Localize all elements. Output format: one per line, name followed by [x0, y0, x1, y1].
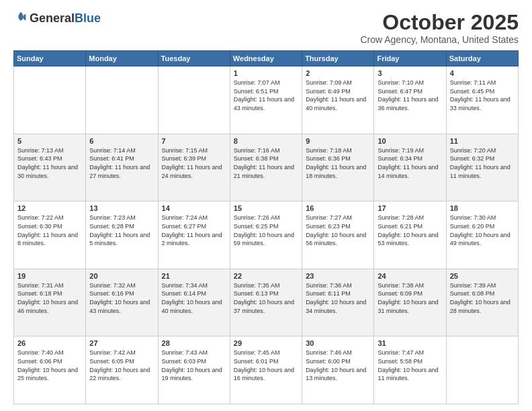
day-info: Sunrise: 7:34 AM Sunset: 6:14 PM Dayligh… — [162, 281, 226, 315]
day-info: Sunrise: 7:47 AM Sunset: 5:58 PM Dayligh… — [378, 349, 442, 382]
table-row: 2Sunrise: 7:09 AM Sunset: 6:49 PM Daylig… — [302, 66, 374, 134]
table-row: 4Sunrise: 7:11 AM Sunset: 6:45 PM Daylig… — [446, 66, 518, 134]
col-saturday: Saturday — [446, 51, 518, 66]
day-info: Sunrise: 7:30 AM Sunset: 6:20 PM Dayligh… — [450, 214, 515, 247]
table-row: 19Sunrise: 7:31 AM Sunset: 6:18 PM Dayli… — [14, 269, 86, 336]
table-row — [158, 66, 230, 134]
day-number: 31 — [378, 339, 442, 347]
day-number: 17 — [378, 204, 442, 212]
day-number: 15 — [234, 204, 298, 212]
title-area: October 2025 Crow Agency, Montana, Unite… — [360, 11, 519, 45]
table-row: 17Sunrise: 7:28 AM Sunset: 6:21 PM Dayli… — [374, 201, 446, 269]
col-friday: Friday — [374, 51, 446, 66]
day-number: 8 — [234, 137, 298, 145]
table-row: 30Sunrise: 7:46 AM Sunset: 6:00 PM Dayli… — [302, 336, 374, 404]
day-number: 28 — [162, 339, 226, 347]
day-info: Sunrise: 7:42 AM Sunset: 6:05 PM Dayligh… — [89, 349, 154, 382]
calendar-week-1: 1Sunrise: 7:07 AM Sunset: 6:51 PM Daylig… — [14, 66, 519, 134]
day-info: Sunrise: 7:39 AM Sunset: 6:08 PM Dayligh… — [450, 281, 515, 315]
table-row: 10Sunrise: 7:19 AM Sunset: 6:34 PM Dayli… — [374, 134, 446, 201]
table-row: 29Sunrise: 7:45 AM Sunset: 6:01 PM Dayli… — [230, 336, 302, 404]
table-row: 18Sunrise: 7:30 AM Sunset: 6:20 PM Dayli… — [446, 201, 518, 269]
day-number: 25 — [450, 272, 515, 280]
table-row — [14, 66, 86, 134]
table-row: 6Sunrise: 7:14 AM Sunset: 6:41 PM Daylig… — [86, 134, 158, 201]
day-number: 10 — [378, 137, 442, 145]
month-title: October 2025 — [360, 11, 519, 34]
day-info: Sunrise: 7:13 AM Sunset: 6:43 PM Dayligh… — [17, 146, 82, 180]
day-info: Sunrise: 7:22 AM Sunset: 6:30 PM Dayligh… — [17, 214, 82, 247]
table-row: 27Sunrise: 7:42 AM Sunset: 6:05 PM Dayli… — [86, 336, 158, 404]
calendar-week-2: 5Sunrise: 7:13 AM Sunset: 6:43 PM Daylig… — [14, 134, 519, 201]
day-number: 21 — [162, 272, 226, 280]
table-row: 24Sunrise: 7:38 AM Sunset: 6:09 PM Dayli… — [374, 269, 446, 336]
location: Crow Agency, Montana, United States — [360, 34, 519, 45]
day-number: 9 — [306, 137, 370, 145]
table-row: 31Sunrise: 7:47 AM Sunset: 5:58 PM Dayli… — [374, 336, 446, 404]
day-info: Sunrise: 7:15 AM Sunset: 6:39 PM Dayligh… — [162, 146, 226, 180]
day-number: 11 — [450, 137, 515, 145]
day-number: 18 — [450, 204, 515, 212]
header: GeneralBlue October 2025 Crow Agency, Mo… — [13, 11, 519, 45]
day-number: 24 — [378, 272, 442, 280]
day-info: Sunrise: 7:10 AM Sunset: 6:47 PM Dayligh… — [378, 79, 442, 112]
day-number: 26 — [17, 339, 82, 347]
day-info: Sunrise: 7:26 AM Sunset: 6:25 PM Dayligh… — [234, 214, 298, 247]
day-info: Sunrise: 7:32 AM Sunset: 6:16 PM Dayligh… — [89, 281, 154, 315]
table-row: 16Sunrise: 7:27 AM Sunset: 6:23 PM Dayli… — [302, 201, 374, 269]
day-info: Sunrise: 7:43 AM Sunset: 6:03 PM Dayligh… — [162, 349, 226, 382]
day-number: 19 — [17, 272, 82, 280]
day-number: 3 — [378, 69, 442, 77]
day-info: Sunrise: 7:11 AM Sunset: 6:45 PM Dayligh… — [450, 79, 515, 112]
logo-icon — [13, 11, 28, 26]
table-row: 25Sunrise: 7:39 AM Sunset: 6:08 PM Dayli… — [446, 269, 518, 336]
day-number: 6 — [89, 137, 154, 145]
day-number: 1 — [234, 69, 298, 77]
day-info: Sunrise: 7:36 AM Sunset: 6:11 PM Dayligh… — [306, 281, 370, 315]
day-info: Sunrise: 7:31 AM Sunset: 6:18 PM Dayligh… — [17, 281, 82, 315]
table-row: 22Sunrise: 7:35 AM Sunset: 6:13 PM Dayli… — [230, 269, 302, 336]
day-info: Sunrise: 7:20 AM Sunset: 6:32 PM Dayligh… — [450, 146, 515, 180]
calendar-table: Sunday Monday Tuesday Wednesday Thursday… — [13, 50, 519, 404]
day-number: 27 — [89, 339, 154, 347]
day-number: 23 — [306, 272, 370, 280]
day-info: Sunrise: 7:07 AM Sunset: 6:51 PM Dayligh… — [234, 79, 298, 112]
day-number: 4 — [450, 69, 515, 77]
day-number: 30 — [306, 339, 370, 347]
table-row: 1Sunrise: 7:07 AM Sunset: 6:51 PM Daylig… — [230, 66, 302, 134]
table-row: 11Sunrise: 7:20 AM Sunset: 6:32 PM Dayli… — [446, 134, 518, 201]
col-tuesday: Tuesday — [158, 51, 230, 66]
day-info: Sunrise: 7:38 AM Sunset: 6:09 PM Dayligh… — [378, 281, 442, 315]
table-row: 7Sunrise: 7:15 AM Sunset: 6:39 PM Daylig… — [158, 134, 230, 201]
table-row: 14Sunrise: 7:24 AM Sunset: 6:27 PM Dayli… — [158, 201, 230, 269]
day-info: Sunrise: 7:16 AM Sunset: 6:38 PM Dayligh… — [234, 146, 298, 180]
col-sunday: Sunday — [14, 51, 86, 66]
logo-general: General — [30, 11, 75, 26]
day-number: 13 — [89, 204, 154, 212]
day-number: 12 — [17, 204, 82, 212]
day-info: Sunrise: 7:18 AM Sunset: 6:36 PM Dayligh… — [306, 146, 370, 180]
day-info: Sunrise: 7:24 AM Sunset: 6:27 PM Dayligh… — [162, 214, 226, 247]
day-info: Sunrise: 7:40 AM Sunset: 6:06 PM Dayligh… — [17, 349, 82, 382]
day-number: 5 — [17, 137, 82, 145]
page: GeneralBlue October 2025 Crow Agency, Mo… — [0, 0, 532, 411]
day-number: 16 — [306, 204, 370, 212]
day-number: 20 — [89, 272, 154, 280]
calendar-week-4: 19Sunrise: 7:31 AM Sunset: 6:18 PM Dayli… — [14, 269, 519, 336]
table-row — [86, 66, 158, 134]
table-row: 28Sunrise: 7:43 AM Sunset: 6:03 PM Dayli… — [158, 336, 230, 404]
day-info: Sunrise: 7:09 AM Sunset: 6:49 PM Dayligh… — [306, 79, 370, 112]
day-info: Sunrise: 7:35 AM Sunset: 6:13 PM Dayligh… — [234, 281, 298, 315]
table-row: 15Sunrise: 7:26 AM Sunset: 6:25 PM Dayli… — [230, 201, 302, 269]
logo-blue: Blue — [75, 11, 101, 26]
calendar-week-5: 26Sunrise: 7:40 AM Sunset: 6:06 PM Dayli… — [14, 336, 519, 404]
day-number: 2 — [306, 69, 370, 77]
col-monday: Monday — [86, 51, 158, 66]
logo: GeneralBlue — [13, 11, 101, 26]
table-row — [446, 336, 518, 404]
calendar-header-row: Sunday Monday Tuesday Wednesday Thursday… — [14, 51, 519, 66]
day-number: 22 — [234, 272, 298, 280]
day-info: Sunrise: 7:23 AM Sunset: 6:28 PM Dayligh… — [89, 214, 154, 247]
day-number: 7 — [162, 137, 226, 145]
day-info: Sunrise: 7:45 AM Sunset: 6:01 PM Dayligh… — [234, 349, 298, 382]
